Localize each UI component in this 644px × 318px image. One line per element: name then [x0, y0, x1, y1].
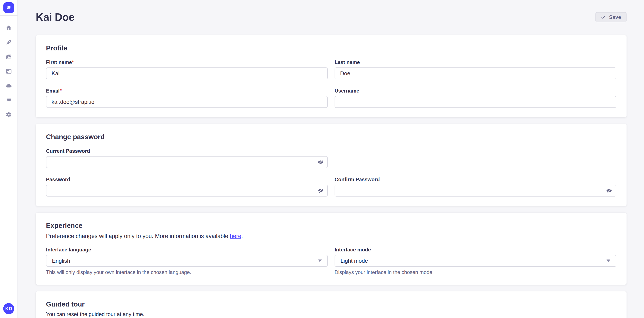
email-label: Email*	[46, 88, 328, 94]
current-password-input[interactable]	[46, 156, 328, 168]
interface-language-select[interactable]: English	[46, 255, 328, 267]
current-password-label: Current Password	[46, 148, 328, 154]
field-first-name: First name*	[46, 59, 328, 79]
experience-fields-grid: Interface language English This will onl…	[46, 247, 616, 275]
logo-area	[0, 0, 18, 16]
toggle-password-visibility-button[interactable]	[317, 187, 324, 194]
chevron-down-icon	[318, 260, 322, 262]
field-email: Email*	[46, 88, 328, 108]
eye-off-icon	[606, 187, 612, 194]
save-button-label: Save	[609, 14, 621, 20]
page-header: Kai Doe Save	[36, 11, 626, 23]
chevron-down-icon	[606, 260, 610, 262]
more-information-link[interactable]: here	[230, 233, 241, 239]
check-icon	[601, 15, 606, 19]
marketplace-cart-icon[interactable]	[6, 97, 12, 103]
username-label: Username	[334, 88, 616, 94]
cloud-icon[interactable]	[6, 83, 12, 89]
guided-tour-title: Guided tour	[46, 300, 616, 308]
last-name-input[interactable]	[334, 67, 616, 79]
experience-description: Preference changes will apply only to yo…	[46, 233, 616, 240]
eye-off-icon	[317, 159, 324, 165]
change-password-card: Change password Current Password	[36, 124, 626, 206]
interface-language-hint: This will only display your own interfac…	[46, 269, 328, 275]
home-icon[interactable]	[6, 25, 12, 31]
required-asterisk: *	[72, 59, 74, 65]
password-label: Password	[46, 176, 328, 182]
toggle-password-visibility-button[interactable]	[317, 158, 324, 166]
interface-mode-value: Light mode	[340, 258, 368, 264]
last-name-label: Last name	[334, 59, 616, 65]
eye-off-icon	[317, 187, 324, 194]
interface-mode-label: Interface mode	[334, 247, 616, 253]
username-input[interactable]	[334, 96, 616, 108]
experience-title: Experience	[46, 222, 616, 229]
profile-card: Profile First name* Last name	[36, 35, 626, 117]
interface-language-label: Interface language	[46, 247, 328, 253]
guided-tour-description: You can reset the guided tour at any tim…	[46, 311, 616, 317]
page-title: Kai Doe	[36, 11, 74, 23]
required-asterisk: *	[60, 88, 62, 94]
strapi-logo-mark	[6, 4, 12, 11]
change-password-title: Change password	[46, 133, 616, 141]
field-current-password: Current Password	[46, 148, 328, 168]
interface-mode-select[interactable]: Light mode	[334, 255, 616, 267]
field-password: Password	[46, 176, 328, 196]
interface-language-value: English	[52, 258, 70, 264]
field-interface-mode: Interface mode Light mode Displays your …	[334, 247, 616, 275]
save-button[interactable]: Save	[596, 12, 626, 22]
experience-card: Experience Preference changes will apply…	[36, 213, 626, 285]
main-content: Kai Doe Save Profile First name*	[18, 0, 644, 318]
password-input[interactable]	[46, 185, 328, 196]
toggle-password-visibility-button[interactable]	[605, 187, 613, 194]
user-avatar[interactable]: KD	[3, 303, 14, 314]
sidebar-footer: KD	[0, 299, 18, 318]
interface-mode-hint: Displays your interface in the chosen mo…	[334, 269, 616, 275]
field-username: Username	[334, 88, 616, 108]
profile-fields-grid: First name* Last name Emai	[46, 59, 616, 108]
confirm-password-label: Confirm Password	[334, 176, 616, 182]
content-type-builder-icon[interactable]	[6, 68, 12, 74]
media-library-icon[interactable]	[6, 54, 12, 60]
profile-card-title: Profile	[46, 44, 616, 52]
field-last-name: Last name	[334, 59, 616, 79]
field-interface-language: Interface language English This will onl…	[46, 247, 328, 275]
first-name-input[interactable]	[46, 67, 328, 79]
feather-icon[interactable]	[6, 39, 12, 45]
settings-gear-icon[interactable]	[6, 112, 12, 118]
field-confirm-password: Confirm Password	[334, 176, 616, 196]
sidebar-nav	[6, 16, 12, 118]
grid-spacer	[334, 148, 616, 168]
avatar-initials: KD	[5, 306, 12, 312]
confirm-password-input[interactable]	[334, 185, 616, 196]
guided-tour-card: Guided tour You can reset the guided tou…	[36, 291, 626, 318]
email-input[interactable]	[46, 96, 328, 108]
strapi-admin-app: KD Kai Doe Save Profile First name*	[0, 0, 644, 318]
sidebar: KD	[0, 0, 18, 318]
strapi-logo-icon[interactable]	[4, 2, 14, 13]
password-fields-grid: Current Password	[46, 148, 616, 196]
first-name-label: First name*	[46, 59, 328, 65]
